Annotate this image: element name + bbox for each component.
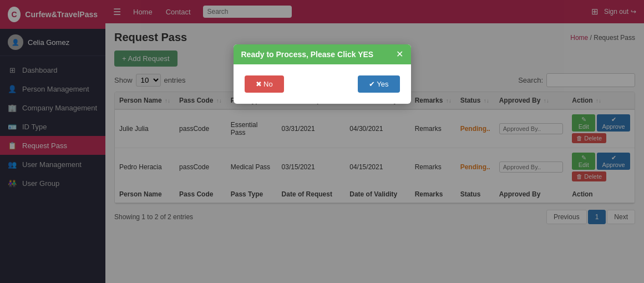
modal-close-button[interactable]: ✕ — [396, 50, 403, 59]
modal-header: Ready to Process, Please Click YES ✕ — [234, 44, 411, 64]
modal-yes-button[interactable]: ✔ Yes — [358, 75, 400, 93]
modal-no-button[interactable]: ✖ No — [245, 75, 284, 93]
modal-title: Ready to Process, Please Click YES — [241, 50, 374, 59]
modal-overlay: Ready to Process, Please Click YES ✕ ✖ N… — [0, 0, 644, 283]
confirm-modal: Ready to Process, Please Click YES ✕ ✖ N… — [234, 44, 411, 104]
modal-body: ✖ No ✔ Yes — [234, 64, 411, 104]
